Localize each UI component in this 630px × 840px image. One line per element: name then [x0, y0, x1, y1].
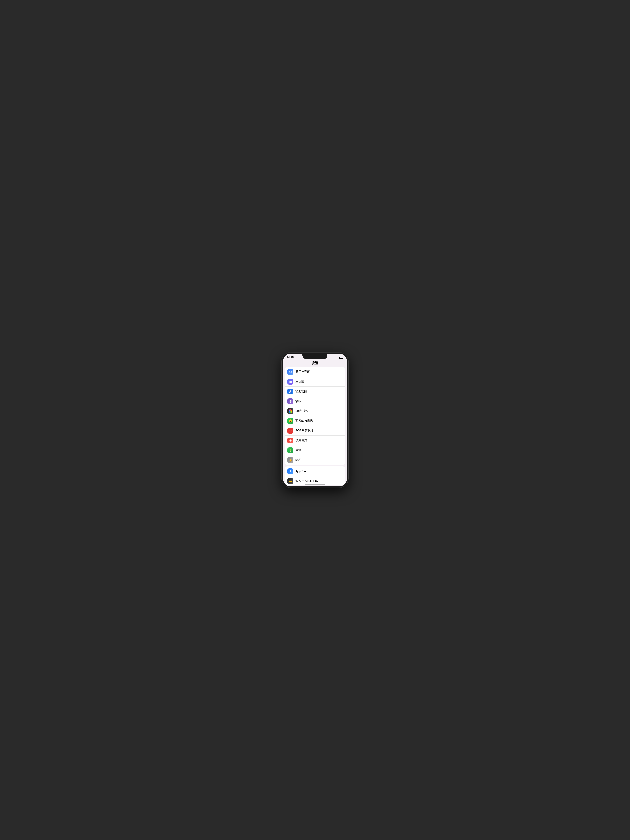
wallpaper-chevron: › [342, 400, 343, 403]
display-chevron: › [342, 370, 343, 374]
row-wallet[interactable]: 💳 钱包与 Apple Pay › [285, 476, 345, 485]
battery-icon [339, 356, 343, 358]
homescreen-label: 主屏幕 [295, 380, 341, 384]
appstore-icon [287, 468, 293, 474]
exposure-icon: ✳ [287, 437, 293, 443]
accessibility-label: 辅助功能 [295, 390, 341, 393]
settings-content[interactable]: AA 显示与亮度 › ⊞ 主屏幕 › ♿ 辅助功能 › ❋ 墙纸 [283, 367, 347, 485]
status-time: 14:35 [287, 356, 294, 359]
row-appstore[interactable]: App Store › [285, 466, 345, 476]
appstore-label: App Store [295, 470, 341, 473]
phone-frame: 14:35 设置 AA 显示与亮度 › ⊞ 主屏幕 › [282, 352, 348, 488]
faceid-chevron: › [342, 419, 343, 423]
row-siri[interactable]: Siri与搜索 › [285, 406, 345, 416]
siri-label: Siri与搜索 [295, 409, 341, 413]
privacy-icon: ✋ [287, 457, 293, 463]
display-label: 显示与亮度 [295, 370, 341, 374]
row-privacy[interactable]: ✋ 隐私 › [285, 455, 345, 465]
page-title: 设置 [283, 360, 347, 367]
wallet-icon: 💳 [287, 478, 293, 484]
battery-level [339, 357, 340, 358]
row-faceid[interactable]: 😊 面容ID与密码 › [285, 416, 345, 426]
siri-chevron: › [342, 410, 343, 413]
home-indicator [305, 485, 325, 485]
row-battery[interactable]: 🔋 电池 › [285, 445, 345, 455]
row-homescreen[interactable]: ⊞ 主屏幕 › [285, 377, 345, 387]
phone-screen: 14:35 设置 AA 显示与亮度 › ⊞ 主屏幕 › [283, 354, 347, 486]
row-wallpaper[interactable]: ❋ 墙纸 › [285, 396, 345, 406]
wallpaper-label: 墙纸 [295, 399, 341, 403]
status-icons [339, 356, 343, 358]
wallet-chevron: › [342, 480, 343, 483]
display-icon: AA [287, 369, 293, 375]
privacy-chevron: › [342, 458, 343, 462]
row-exposure[interactable]: ✳ 暴露通知 › [285, 436, 345, 445]
battery-label: 电池 [295, 448, 341, 452]
siri-icon [287, 408, 293, 414]
exposure-label: 暴露通知 [295, 439, 341, 442]
notch [303, 354, 327, 359]
homescreen-chevron: › [342, 380, 343, 383]
wallet-label: 钱包与 Apple Pay [295, 479, 341, 483]
accessibility-chevron: › [342, 390, 343, 393]
sos-chevron: › [342, 429, 343, 432]
row-display[interactable]: AA 显示与亮度 › [285, 367, 345, 377]
faceid-label: 面容ID与密码 [295, 419, 341, 423]
section-system: AA 显示与亮度 › ⊞ 主屏幕 › ♿ 辅助功能 › ❋ 墙纸 [285, 367, 345, 465]
homescreen-icon: ⊞ [287, 379, 293, 385]
section-store: App Store › 💳 钱包与 Apple Pay › [285, 466, 345, 485]
battery-chevron: › [342, 449, 343, 452]
exposure-chevron: › [342, 439, 343, 442]
row-accessibility[interactable]: ♿ 辅助功能 › [285, 387, 345, 396]
sos-icon: SOS [287, 428, 293, 434]
faceid-icon: 😊 [287, 418, 293, 424]
wallpaper-icon: ❋ [287, 398, 293, 404]
battery-settings-icon: 🔋 [287, 447, 293, 453]
accessibility-icon: ♿ [287, 388, 293, 395]
privacy-label: 隐私 [295, 458, 341, 462]
row-sos[interactable]: SOS SOS紧急联络 › [285, 426, 345, 436]
appstore-chevron: › [342, 470, 343, 473]
sos-label: SOS紧急联络 [295, 429, 341, 433]
